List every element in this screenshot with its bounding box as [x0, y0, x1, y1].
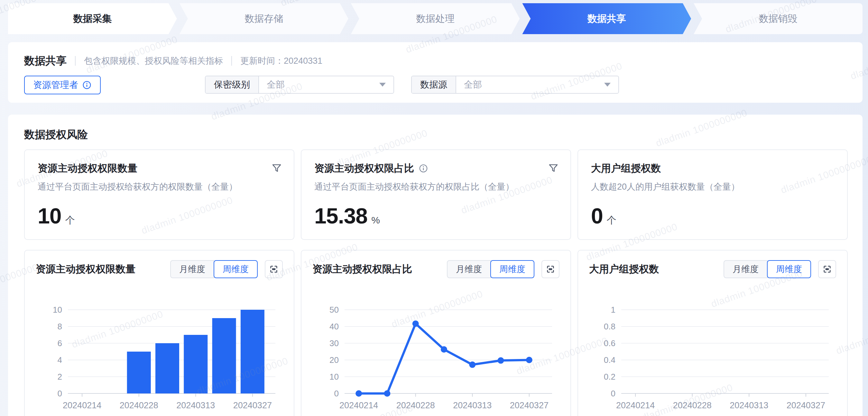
svg-text:30: 30 — [330, 338, 339, 348]
svg-text:20: 20 — [330, 355, 339, 365]
stat-card-subtitle: 通过平台页面主动授权给获权方的权限数量（全量） — [38, 181, 281, 192]
tab-data-processing[interactable]: 数据处理 — [351, 3, 520, 34]
chart-card-auth-ratio: 资源主动授权权限占比 月维度 周维度 010203040502024021420… — [301, 250, 571, 416]
dimension-toggle: 月维度 周维度 — [723, 260, 811, 278]
stat-card-big-group-count: 大用户组授权数 人数超20人的用户组获权数量（全量） 0 个 — [578, 149, 848, 240]
divider — [75, 56, 75, 66]
tab-label: 数据采集 — [73, 12, 112, 25]
toggle-week[interactable]: 周维度 — [214, 260, 258, 278]
page-title: 数据共享 — [24, 54, 67, 68]
stat-number: 15.38 — [314, 203, 367, 228]
toggle-month[interactable]: 月维度 — [170, 260, 214, 278]
svg-text:10: 10 — [53, 305, 62, 315]
stat-cards-row: 资源主动授权权限数量 通过平台页面主动授权给获权方的权限数量（全量） 10 个 … — [24, 149, 863, 240]
stat-unit: 个 — [607, 214, 616, 227]
svg-text:20240214: 20240214 — [339, 400, 378, 410]
stat-card-auth-count: 资源主动授权权限数量 通过平台页面主动授权给获权方的权限数量（全量） 10 个 — [24, 149, 294, 240]
line-chart-canvas: 0102030405020240214202402282024031320240… — [312, 287, 560, 416]
secrecy-level-label: 保密级别 — [206, 76, 259, 93]
data-source-value: 全部 — [456, 76, 604, 93]
tab-data-storage[interactable]: 数据存储 — [180, 3, 348, 34]
info-icon[interactable] — [418, 164, 428, 173]
svg-text:20240313: 20240313 — [730, 400, 768, 410]
header-filter-row: 资源管理者 保密级别 全部 数据源 全部 — [24, 76, 846, 94]
svg-text:20240327: 20240327 — [233, 400, 272, 410]
stat-card-subtitle: 人数超20人的用户组获权数量（全量） — [591, 181, 834, 192]
svg-text:6: 6 — [58, 338, 62, 348]
stat-value: 15.38 % — [314, 203, 380, 228]
svg-text:10: 10 — [330, 372, 339, 382]
secrecy-level-select[interactable]: 保密级别 全部 — [205, 76, 394, 94]
svg-text:20240228: 20240228 — [396, 400, 435, 410]
stat-card-title: 资源主动授权权限占比 — [314, 161, 414, 175]
svg-text:0: 0 — [611, 389, 615, 398]
stat-card-subtitle: 通过平台页面主动授权给获权方的权限占比（全量） — [314, 181, 558, 192]
toggle-week[interactable]: 周维度 — [490, 260, 534, 278]
stat-card-auth-ratio: 资源主动授权权限占比 通过平台页面主动授权给获权方的权限占比（全量） 15.38… — [301, 149, 571, 240]
chart-title: 资源主动授权权限占比 — [312, 262, 412, 276]
svg-text:20240214: 20240214 — [63, 400, 101, 410]
tab-data-sharing-active[interactable]: 数据共享 — [522, 3, 691, 34]
header-panel: 数据共享 包含权限规模、授权风险等相关指标 更新时间：20240331 资源管理… — [8, 42, 863, 103]
caret-down-icon — [604, 83, 611, 87]
main-panel: 数据授权风险 资源主动授权权限数量 通过平台页面主动授权给获权方的权限数量（全量… — [8, 115, 863, 416]
chart-title: 资源主动授权权限数量 — [36, 262, 135, 276]
stat-card-title: 大用户组授权数 — [591, 161, 661, 175]
fullscreen-icon[interactable] — [265, 260, 283, 278]
svg-text:2: 2 — [58, 372, 62, 382]
svg-text:0: 0 — [334, 389, 339, 398]
svg-text:0.2: 0.2 — [604, 372, 615, 382]
stat-value: 0 个 — [591, 203, 616, 228]
svg-text:20240313: 20240313 — [453, 400, 492, 410]
svg-text:20240327: 20240327 — [510, 400, 549, 410]
filter-icon[interactable] — [271, 163, 282, 174]
bar-chart-canvas: 024681020240214202402282024031320240327 — [36, 287, 283, 416]
dimension-toggle: 月维度 周维度 — [170, 260, 258, 278]
data-source-label: 数据源 — [412, 76, 456, 93]
svg-text:0.8: 0.8 — [604, 322, 615, 331]
section-title: 数据授权风险 — [24, 127, 863, 142]
svg-text:20240327: 20240327 — [786, 400, 825, 410]
chart-card-auth-count: 资源主动授权权限数量 月维度 周维度 024681020240214202402… — [24, 250, 294, 416]
secrecy-level-value: 全部 — [259, 76, 379, 93]
svg-text:0: 0 — [58, 389, 62, 398]
toggle-week[interactable]: 周维度 — [767, 260, 811, 278]
tab-label: 数据销毁 — [759, 12, 798, 25]
process-step-tabs: 数据采集 数据存储 数据处理 数据共享 数据销毁 — [8, 3, 863, 34]
svg-text:40: 40 — [330, 322, 339, 331]
info-icon — [82, 80, 92, 90]
svg-text:50: 50 — [330, 305, 339, 315]
toggle-month[interactable]: 月维度 — [447, 260, 491, 278]
svg-text:20240214: 20240214 — [616, 400, 655, 410]
resource-manager-button[interactable]: 资源管理者 — [24, 76, 101, 94]
svg-text:20240228: 20240228 — [120, 400, 158, 410]
empty-chart-canvas: 00.20.40.60.8120240214202402282024031320… — [589, 287, 837, 416]
update-time: 更新时间：20240331 — [240, 55, 322, 67]
tab-label: 数据处理 — [416, 12, 455, 25]
tab-label: 数据共享 — [587, 12, 626, 25]
tab-label: 数据存储 — [245, 12, 283, 25]
svg-text:0.4: 0.4 — [604, 355, 615, 365]
tab-data-destruction[interactable]: 数据销毁 — [694, 3, 863, 34]
stat-unit: 个 — [65, 214, 75, 227]
header-title-row: 数据共享 包含权限规模、授权风险等相关指标 更新时间：20240331 — [24, 54, 846, 68]
svg-text:4: 4 — [58, 355, 62, 365]
data-source-select[interactable]: 数据源 全部 — [411, 76, 619, 94]
page-description: 包含权限规模、授权风险等相关指标 — [84, 55, 223, 67]
toggle-month[interactable]: 月维度 — [723, 260, 768, 278]
stat-card-title: 资源主动授权权限数量 — [38, 161, 137, 175]
svg-text:1: 1 — [611, 305, 615, 315]
resource-manager-label: 资源管理者 — [33, 79, 78, 91]
fullscreen-icon[interactable] — [818, 260, 836, 278]
stat-unit: % — [371, 215, 380, 226]
svg-text:20240313: 20240313 — [176, 400, 215, 410]
chart-card-big-group: 大用户组授权数 月维度 周维度 00.20.40.60.812024021420… — [578, 250, 848, 416]
svg-text:20240228: 20240228 — [673, 400, 712, 410]
caret-down-icon — [379, 83, 386, 87]
chart-cards-row: 资源主动授权权限数量 月维度 周维度 024681020240214202402… — [24, 250, 863, 416]
fullscreen-icon[interactable] — [541, 260, 559, 278]
tab-data-collection[interactable]: 数据采集 — [8, 3, 177, 34]
filter-icon[interactable] — [548, 163, 559, 174]
dimension-toggle: 月维度 周维度 — [447, 260, 534, 278]
stat-number: 0 — [591, 203, 603, 228]
